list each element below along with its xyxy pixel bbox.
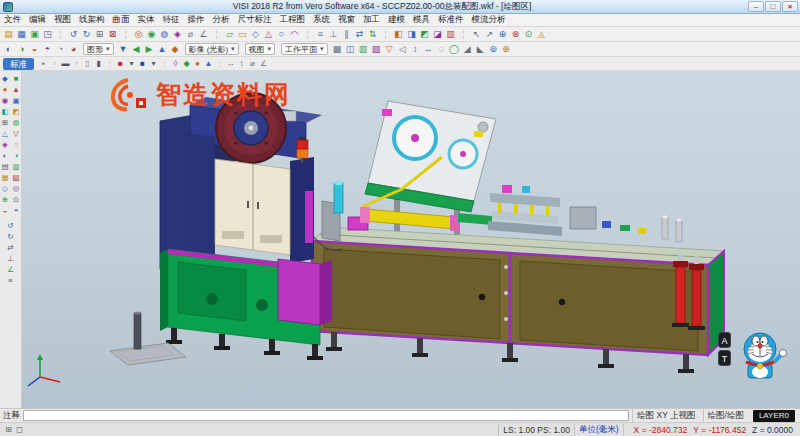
viewport[interactable]: 智造资料网 AT <box>22 71 800 408</box>
chevron-down-icon[interactable]: ▾ <box>148 57 159 70</box>
tool-icon[interactable]: ▭ <box>236 28 249 41</box>
tool-icon[interactable]: ◎ <box>132 28 145 41</box>
status-toggle-icon[interactable]: ⊞ <box>3 423 14 436</box>
separator[interactable]: ¦ <box>119 28 132 41</box>
tool-icon[interactable]: ● <box>0 84 11 95</box>
tool-icon[interactable]: ◍ <box>11 117 22 128</box>
tool-icon[interactable]: ⊥ <box>5 253 16 264</box>
tool-icon[interactable]: ◌ <box>435 43 448 56</box>
tool-icon[interactable]: ≡ <box>5 275 16 286</box>
menu-item[interactable]: 线架构 <box>75 14 109 26</box>
separator[interactable]: ¦ <box>210 28 223 41</box>
tool-icon[interactable]: ↻ <box>5 231 16 242</box>
shading-dropdown[interactable]: 影像 (光影) ▾ <box>185 43 239 55</box>
tool-icon[interactable]: ↺ <box>5 220 16 231</box>
cad-model-canvas[interactable] <box>22 71 800 408</box>
tool-icon[interactable]: ◍ <box>158 28 171 41</box>
menu-item[interactable]: 实体 <box>134 14 159 26</box>
tool-icon[interactable]: ↔ <box>422 43 435 56</box>
tool-icon[interactable]: ▧ <box>370 43 383 56</box>
menu-item[interactable]: 分析 <box>209 14 234 26</box>
status-toggle-icon[interactable]: ◻ <box>14 423 25 436</box>
tool-icon[interactable]: ⊠ <box>106 28 119 41</box>
menu-item[interactable]: 文件 <box>0 14 25 26</box>
tool-icon[interactable]: ↗ <box>483 28 496 41</box>
tool-icon[interactable]: ◇ <box>249 28 262 41</box>
tool-icon[interactable]: ⇄ <box>5 242 16 253</box>
separator[interactable]: ¦ <box>301 28 314 41</box>
separator[interactable]: ¦ <box>159 57 170 70</box>
color-swatch[interactable]: ■ <box>115 57 126 70</box>
tool-icon[interactable]: ◣ <box>474 43 487 56</box>
menu-item[interactable]: 标准件 <box>434 14 468 26</box>
menu-item[interactable]: 尺寸标注 <box>234 14 276 26</box>
tool-icon[interactable]: ◩ <box>418 28 431 41</box>
tool-icon[interactable]: ⊥ <box>327 28 340 41</box>
tool-icon[interactable]: ◐ <box>0 150 11 161</box>
color-swatch[interactable]: ■ <box>137 57 148 70</box>
tool-icon[interactable]: ∠ <box>197 28 210 41</box>
tool-icon[interactable]: ▯ <box>82 57 93 70</box>
tool-icon[interactable]: ▽ <box>383 43 396 56</box>
tool-icon[interactable]: ◊ <box>170 57 181 70</box>
workplane-dropdown[interactable]: 工作平面 ▾ <box>281 43 328 55</box>
print-icon[interactable]: ◳ <box>41 28 54 41</box>
new-file-icon[interactable]: ▤ <box>2 28 15 41</box>
separator[interactable]: ¦ <box>457 28 470 41</box>
tool-icon[interactable]: ▱ <box>223 28 236 41</box>
separator[interactable]: ¦ <box>214 57 225 70</box>
close-button[interactable]: × <box>782 1 798 12</box>
tool-icon[interactable]: ◈ <box>0 139 11 150</box>
tool-icon[interactable]: ⇄ <box>353 28 366 41</box>
tool-icon[interactable]: ▲ <box>203 57 214 70</box>
tool-icon[interactable]: ∠ <box>258 57 269 70</box>
tool-icon[interactable]: ◓ <box>11 205 22 216</box>
tool-icon[interactable]: ↖ <box>470 28 483 41</box>
units-indicator[interactable]: 单位(毫米) <box>574 423 623 436</box>
tool-icon[interactable]: ▶ <box>143 43 156 56</box>
menu-item[interactable]: 模流分析 <box>468 14 510 26</box>
conveyor-table[interactable] <box>312 227 724 373</box>
chevron-down-icon[interactable]: ▾ <box>126 57 137 70</box>
tool-icon[interactable]: ▦ <box>0 172 11 183</box>
tool-icon[interactable]: ⌀ <box>247 57 258 70</box>
tool-icon[interactable]: ◨ <box>405 28 418 41</box>
tool-icon[interactable]: ◈ <box>171 28 184 41</box>
tool-icon[interactable]: △ <box>262 28 275 41</box>
tool-icon[interactable]: ▬ <box>60 57 71 70</box>
tool-icon[interactable]: ■ <box>11 73 22 84</box>
menu-item[interactable]: 工程图 <box>276 14 310 26</box>
tool-icon[interactable]: ● <box>192 57 203 70</box>
menu-item[interactable]: 曲面 <box>109 14 134 26</box>
menu-item[interactable]: 模具 <box>409 14 434 26</box>
separator[interactable]: ¦ <box>379 28 392 41</box>
tool-icon[interactable]: ∠ <box>5 264 16 275</box>
tool-icon[interactable]: ▥ <box>357 43 370 56</box>
tool-icon[interactable]: ◉ <box>0 95 11 106</box>
tool-icon[interactable]: ⊗ <box>509 28 522 41</box>
tool-icon[interactable]: ◒ <box>0 205 11 216</box>
views-dropdown[interactable]: 视图 ▾ <box>245 43 276 55</box>
menu-item[interactable]: 视窗 <box>334 14 359 26</box>
flywheel[interactable] <box>216 93 286 163</box>
minimize-button[interactable]: – <box>748 1 764 12</box>
tool-icon[interactable]: ▥ <box>11 161 22 172</box>
tool-icon[interactable]: ▩ <box>331 43 344 56</box>
tool-icon[interactable]: ▮ <box>93 57 104 70</box>
tool-icon[interactable]: ▼ <box>117 43 130 56</box>
tool-icon[interactable]: ◔ <box>54 43 67 56</box>
menu-item[interactable]: 特征 <box>159 14 184 26</box>
menu-item[interactable]: 编辑 <box>25 14 50 26</box>
standard-toolbar-tab[interactable]: 标准 <box>3 58 34 70</box>
separator[interactable]: ¦ <box>54 28 67 41</box>
electrical-cabinet[interactable] <box>215 159 290 255</box>
tool-icon[interactable]: ⊞ <box>0 117 11 128</box>
press-machine[interactable] <box>160 93 332 360</box>
tool-icon[interactable]: ⊕ <box>0 194 11 205</box>
tool-icon[interactable]: ⊙ <box>522 28 535 41</box>
tool-icon[interactable]: ◠ <box>288 28 301 41</box>
save-icon[interactable]: ▣ <box>28 28 41 41</box>
tool-icon[interactable]: ◒ <box>28 43 41 56</box>
tool-icon[interactable]: ◧ <box>0 106 11 117</box>
mode-indicator[interactable]: 绘图/绘图 <box>703 409 748 422</box>
